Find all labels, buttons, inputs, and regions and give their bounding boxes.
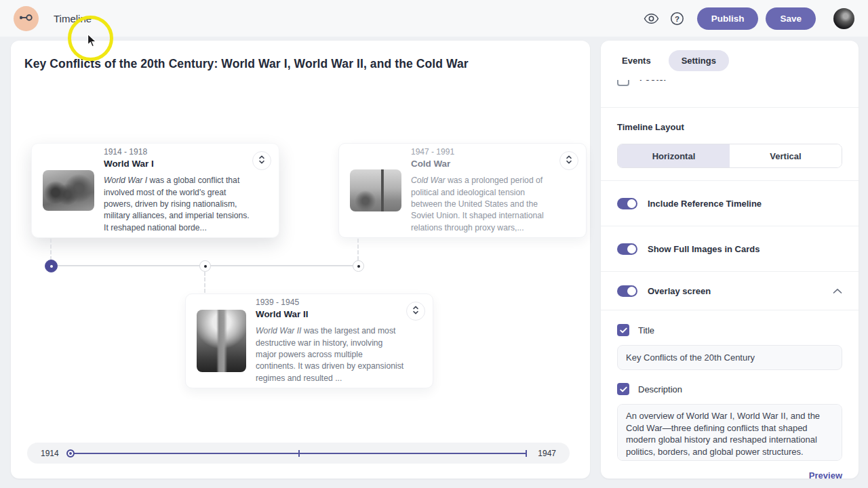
event-years: 1939 - 1945: [256, 298, 404, 307]
check-icon: [620, 384, 627, 394]
preview-link[interactable]: Preview: [617, 470, 842, 479]
event-title: Cold War: [411, 159, 557, 169]
publish-button[interactable]: Publish: [697, 7, 759, 30]
event-description: World War I was a global conflict that i…: [104, 175, 250, 234]
slider-handle[interactable]: [66, 449, 75, 458]
save-button[interactable]: Save: [766, 7, 816, 30]
layout-option-vertical[interactable]: Vertical: [730, 144, 842, 167]
timeline-layout-section: Timeline Layout Horizontal Vertical: [601, 108, 859, 180]
event-years: 1914 - 1918: [104, 147, 250, 157]
eye-icon[interactable]: [642, 8, 662, 28]
title-field-row: Title: [617, 324, 842, 336]
show-full-images-toggle[interactable]: [617, 243, 637, 255]
timeline-connector: [357, 239, 359, 260]
event-card-world-war-1[interactable]: 1914 - 1918 World War I World War I was …: [31, 143, 279, 238]
toggle-label: Show Full Images in Cards: [648, 244, 760, 254]
top-bar: Timeline ? Publish Save: [0, 0, 868, 37]
reference-timeline-slider[interactable]: 1914 1947: [27, 443, 570, 464]
timeline-connector: [50, 239, 52, 260]
timeline-main-title: Key Conflicts of the 20th Century: World…: [24, 57, 553, 71]
timeline-dot-world-war-1[interactable]: [45, 260, 58, 272]
reorder-icon: [412, 305, 420, 318]
toggle-label: Overlay screen: [648, 286, 711, 296]
timeline-dot-cold-war[interactable]: [353, 260, 364, 272]
reorder-icon: [258, 155, 266, 167]
check-icon: [620, 325, 627, 336]
panel-tabs: Events Settings: [601, 41, 859, 80]
layout-segmented-control: Horizontal Vertical: [617, 144, 842, 168]
overlay-screen-toggle[interactable]: [617, 285, 637, 297]
slider-track[interactable]: [70, 453, 528, 454]
toggle-label: Include Reference Timeline: [648, 199, 762, 209]
event-card-cold-war[interactable]: 1947 - 1991 Cold War Cold War was a prol…: [338, 143, 587, 238]
event-description: World War II was the largest and most de…: [256, 325, 404, 384]
page-title: Timeline: [54, 13, 92, 24]
tab-settings[interactable]: Settings: [669, 50, 729, 71]
reorder-button[interactable]: [252, 151, 271, 170]
overlay-title-input[interactable]: [617, 345, 842, 370]
include-reference-timeline-toggle[interactable]: [617, 198, 637, 209]
event-image-world-war-2: [197, 310, 246, 372]
event-title: World War I: [104, 159, 250, 169]
timeline-layout-label: Timeline Layout: [617, 122, 842, 132]
reorder-button[interactable]: [406, 302, 425, 321]
event-description: Cold War was a prolonged period of polit…: [411, 175, 557, 234]
footer-checkbox[interactable]: [617, 80, 629, 86]
toggle-row-overlay-screen: Overlay screen: [601, 272, 859, 310]
settings-panel: Events Settings Footer Timeline Layout H…: [601, 41, 859, 479]
svg-text:?: ?: [675, 14, 679, 22]
key-icon: [19, 12, 33, 24]
event-years: 1947 - 1991: [411, 147, 557, 157]
title-checkbox[interactable]: [617, 324, 629, 336]
toggle-row-full-images: Show Full Images in Cards: [601, 226, 859, 271]
footer-checkbox-label: Footer: [639, 80, 667, 83]
timeline-canvas: Key Conflicts of the 20th Century: World…: [11, 41, 590, 479]
event-image-world-war-1: [43, 170, 94, 211]
event-title: World War II: [256, 309, 404, 319]
tab-events[interactable]: Events: [622, 50, 651, 71]
layout-option-horizontal[interactable]: Horizontal: [618, 144, 730, 167]
slider-end-year: 1947: [538, 449, 556, 458]
slider-mid-tick: [298, 450, 300, 457]
overlay-description-textarea[interactable]: An overview of World War I, World War II…: [617, 404, 842, 461]
help-icon[interactable]: ?: [667, 8, 688, 28]
user-avatar[interactable]: [833, 8, 854, 29]
overlay-fields-section: Title Description An overview of World W…: [601, 310, 859, 479]
event-card-world-war-2[interactable]: 1939 - 1945 World War II World War II wa…: [185, 293, 433, 388]
description-field-label: Description: [638, 384, 682, 394]
timeline-connector: [204, 272, 205, 293]
reorder-button[interactable]: [559, 151, 578, 170]
event-image-cold-war: [350, 169, 401, 211]
app-logo[interactable]: [14, 6, 39, 31]
chevron-up-icon[interactable]: [833, 288, 842, 294]
slider-end-tick: [526, 450, 527, 457]
description-checkbox[interactable]: [617, 383, 629, 395]
settings-scroll-clip: Footer: [601, 80, 859, 107]
title-field-label: Title: [638, 325, 654, 336]
description-field-row: Description: [617, 383, 842, 395]
reorder-icon: [565, 155, 573, 167]
timeline-dot-world-war-2[interactable]: [199, 260, 211, 272]
toggle-row-reference-timeline: Include Reference Timeline: [601, 181, 859, 226]
slider-start-year: 1914: [41, 449, 59, 458]
